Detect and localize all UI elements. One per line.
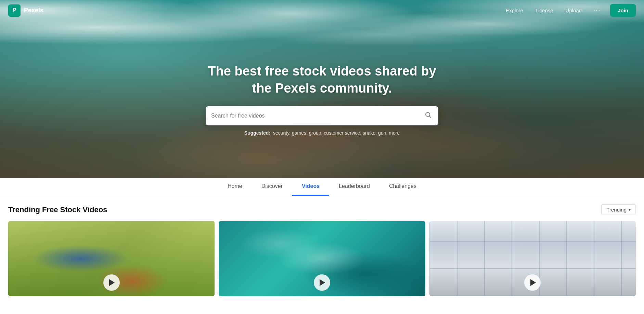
- video-card-3[interactable]: [429, 221, 636, 296]
- tab-videos[interactable]: Videos: [292, 178, 329, 196]
- suggested-customer-service[interactable]: customer service: [324, 130, 360, 136]
- logo-icon: P: [8, 4, 21, 17]
- svg-line-1: [429, 116, 431, 118]
- play-button-3[interactable]: [524, 274, 541, 291]
- suggested-security[interactable]: security: [273, 130, 289, 136]
- hero-title: The best free stock videos shared by the…: [202, 63, 442, 97]
- tab-home[interactable]: Home: [218, 178, 252, 196]
- video-card-2[interactable]: [219, 221, 425, 296]
- nav-explore[interactable]: Explore: [501, 5, 528, 16]
- sub-nav: Home Discover Videos Leaderboard Challen…: [0, 178, 644, 196]
- search-bar: [206, 106, 438, 125]
- play-button-1[interactable]: [103, 274, 120, 291]
- tab-discover[interactable]: Discover: [252, 178, 292, 196]
- trending-header: Trending Free Stock Videos Trending ▾: [8, 204, 636, 215]
- nav-upload[interactable]: Upload: [561, 5, 587, 16]
- join-button[interactable]: Join: [610, 4, 636, 17]
- search-icon: [425, 111, 432, 118]
- suggested-gun[interactable]: gun: [378, 130, 386, 136]
- suggested-games[interactable]: games: [292, 130, 306, 136]
- video-card-1[interactable]: [8, 221, 215, 296]
- hero-section: P Pexels Explore License Upload ··· Join…: [0, 0, 644, 178]
- tab-leaderboard[interactable]: Leaderboard: [329, 178, 379, 196]
- main-nav: P Pexels Explore License Upload ··· Join: [0, 0, 644, 21]
- suggested-row: Suggested: security, games, group, custo…: [244, 130, 400, 136]
- nav-license[interactable]: License: [531, 5, 558, 16]
- trending-section: Trending Free Stock Videos Trending ▾: [0, 196, 644, 296]
- suggested-more[interactable]: more: [389, 130, 400, 136]
- suggested-group[interactable]: group: [309, 130, 321, 136]
- sort-label: Trending: [606, 207, 627, 213]
- video-grid: [8, 221, 636, 296]
- chevron-down-icon: ▾: [629, 207, 631, 212]
- play-button-2[interactable]: [314, 274, 330, 291]
- logo-link[interactable]: P Pexels: [8, 4, 43, 17]
- nav-links: Explore License Upload ··· Join: [501, 4, 636, 17]
- brand-name: Pexels: [24, 7, 43, 14]
- nav-more-button[interactable]: ···: [589, 4, 605, 17]
- search-input[interactable]: [211, 113, 423, 119]
- trending-sort-dropdown[interactable]: Trending ▾: [601, 204, 636, 215]
- suggested-label: Suggested:: [244, 130, 270, 136]
- trending-title: Trending Free Stock Videos: [8, 205, 107, 214]
- tab-challenges[interactable]: Challenges: [379, 178, 426, 196]
- search-button[interactable]: [423, 110, 433, 121]
- suggested-snake[interactable]: snake: [363, 130, 375, 136]
- hero-content: The best free stock videos shared by the…: [0, 21, 644, 178]
